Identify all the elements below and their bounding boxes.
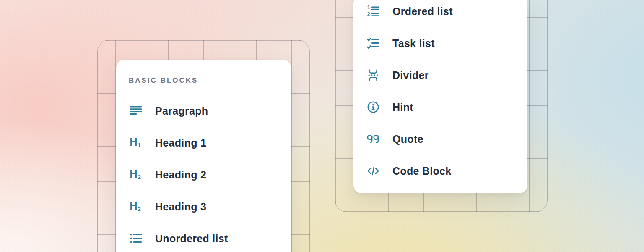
icon-code-block: [366, 164, 380, 178]
icon-divider: [366, 68, 380, 82]
block-menu-item[interactable]: Paragraph: [129, 95, 278, 127]
block-menu-item-label: Unordered list: [155, 233, 228, 245]
block-menu-item[interactable]: Unordered list: [129, 223, 278, 252]
icon-ordered-list: [366, 4, 380, 18]
block-menu-advanced-blocks: Ordered list Task list Divider Hint Quot…: [353, 0, 527, 193]
block-menu-item-label: Hint: [392, 101, 413, 113]
block-menu-item-label: Code Block: [392, 165, 452, 177]
basic-blocks-list: Paragraph Heading 1 Heading 2 Heading 3 …: [129, 95, 278, 252]
icon-hint: [366, 100, 380, 114]
icon-heading-1: [129, 136, 143, 150]
block-menu-item[interactable]: Hint: [366, 91, 515, 123]
block-menu-item-label: Divider: [392, 69, 429, 81]
icon-unordered-list: [129, 231, 143, 246]
block-menu-item-label: Task list: [392, 37, 435, 50]
block-menu-item[interactable]: Heading 1: [129, 127, 278, 159]
block-menu-basic-blocks: BASIC BLOCKS Paragraph Heading 1 Heading…: [116, 60, 291, 252]
block-menu-item[interactable]: Task list: [366, 27, 515, 59]
icon-task-list: [366, 36, 380, 50]
block-menu-item-label: Ordered list: [392, 5, 453, 18]
block-menu-item[interactable]: Ordered list: [366, 0, 515, 27]
hero-background: BASIC BLOCKS Paragraph Heading 1 Heading…: [0, 0, 644, 252]
block-menu-item[interactable]: Code Block: [366, 155, 515, 187]
block-menu-item[interactable]: Quote: [366, 123, 515, 155]
block-menu-item[interactable]: Heading 3: [129, 191, 278, 223]
icon-heading-2: [129, 168, 143, 182]
icon-heading-3: [129, 200, 143, 214]
icon-paragraph: [129, 104, 143, 118]
basic-blocks-header: BASIC BLOCKS: [129, 76, 278, 85]
block-menu-item-label: Paragraph: [155, 105, 208, 117]
block-menu-item[interactable]: Divider: [366, 59, 515, 91]
block-menu-item[interactable]: Heading 2: [129, 159, 278, 191]
block-menu-item-label: Heading 1: [155, 137, 206, 149]
block-menu-item-label: Quote: [392, 133, 423, 145]
block-menu-item-label: Heading 2: [155, 169, 206, 181]
block-menu-item-label: Heading 3: [155, 201, 206, 213]
advanced-blocks-list: Ordered list Task list Divider Hint Quot…: [366, 0, 515, 187]
icon-quote: [366, 132, 380, 146]
